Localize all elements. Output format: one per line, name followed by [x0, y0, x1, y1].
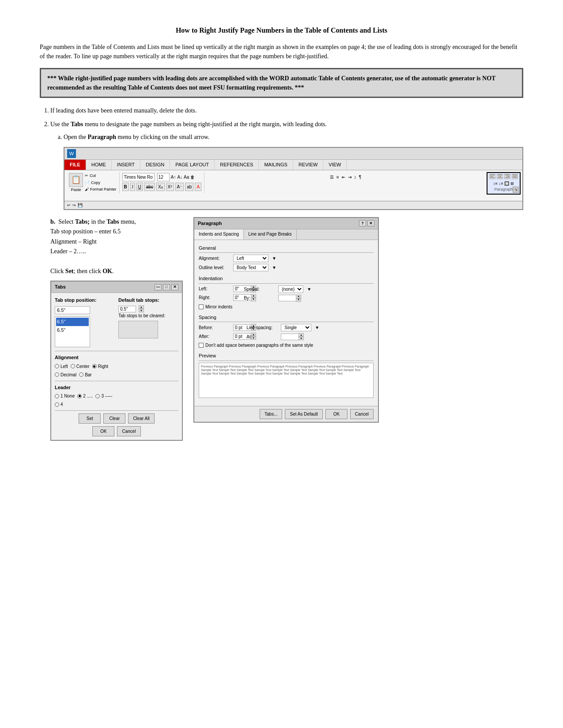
- shrink-font-icon[interactable]: A↓: [177, 174, 182, 180]
- para-ok-btn[interactable]: OK: [325, 409, 348, 419]
- clear-all-button[interactable]: Clear All: [128, 413, 154, 424]
- outline-level-row: Outline level: Body Text ▼: [199, 264, 374, 271]
- outline-dropdown-arrow[interactable]: ▼: [272, 264, 276, 271]
- tabs-btn[interactable]: Tabs...: [260, 409, 282, 419]
- ok-button[interactable]: OK: [92, 426, 114, 436]
- subscript-button[interactable]: X₂: [156, 183, 165, 191]
- increase-indent-icon[interactable]: ⇥: [348, 174, 351, 180]
- paste-label: Paste: [71, 187, 81, 193]
- superscript-button[interactable]: X²: [166, 183, 174, 191]
- italic-button[interactable]: I: [130, 183, 135, 191]
- align-center-icon[interactable]: [497, 174, 503, 179]
- align-center-text: Center: [76, 363, 90, 370]
- align-decimal-radio[interactable]: Decimal: [55, 372, 76, 378]
- listbox-item-1[interactable]: 6.5": [56, 318, 89, 326]
- leader-4-radio[interactable]: 4: [55, 401, 63, 408]
- para-close-button[interactable]: ✕: [367, 220, 374, 226]
- set-button[interactable]: Set: [79, 413, 101, 424]
- line-spacing-arrow[interactable]: ▼: [315, 324, 319, 331]
- font-name[interactable]: Times New Ro: [122, 173, 155, 181]
- close-button[interactable]: ✕: [171, 284, 178, 290]
- leader-1-circle: [55, 394, 59, 398]
- undo-icon[interactable]: ↩: [67, 203, 71, 209]
- save-icon[interactable]: 💾: [78, 203, 83, 209]
- mirror-indents-checkbox[interactable]: Mirror indents: [199, 304, 374, 310]
- sort-icon[interactable]: ↕: [354, 174, 356, 180]
- tab-design[interactable]: DESIGN: [140, 160, 170, 170]
- tab-stop-listbox[interactable]: 6.5" 6.5": [55, 316, 90, 347]
- cut-item[interactable]: ✂ Cut: [85, 173, 117, 179]
- default-stops-row: ▲ ▼: [118, 305, 178, 312]
- align-right-icon[interactable]: [504, 174, 510, 179]
- para-minimize-button[interactable]: ?: [359, 220, 366, 226]
- at-down-btn[interactable]: ▼: [299, 337, 304, 340]
- dont-add-space-checkbox[interactable]: Don't add space between paragraphs of th…: [199, 342, 374, 349]
- at-input[interactable]: [281, 334, 299, 340]
- bold-button[interactable]: B: [122, 183, 129, 191]
- leader-2-radio[interactable]: 2 .....: [77, 393, 93, 399]
- clear-button[interactable]: Clear: [103, 413, 125, 424]
- format-painter-item[interactable]: 🖌 Format Painter: [85, 187, 117, 193]
- line-spacing-select[interactable]: Single: [281, 324, 311, 331]
- paste-button[interactable]: 📋 Paste: [69, 173, 83, 193]
- redo-icon[interactable]: ↪: [72, 203, 76, 209]
- by-down-btn[interactable]: ▼: [296, 298, 301, 302]
- tab-home[interactable]: HOME: [86, 160, 112, 170]
- tab-review[interactable]: REVIEW: [293, 160, 323, 170]
- tab-page-layout[interactable]: PAGE LAYOUT: [170, 160, 215, 170]
- alignment-select[interactable]: Left: [233, 255, 268, 262]
- paragraph-dialog-arrow[interactable]: ↘: [513, 187, 519, 193]
- leader-2-circle: [77, 394, 82, 398]
- spinner-down[interactable]: ▼: [139, 309, 144, 312]
- copy-item[interactable]: 📄 Copy: [85, 180, 117, 186]
- align-justify-icon[interactable]: [512, 174, 518, 179]
- special-dropdown-arrow[interactable]: ▼: [307, 286, 311, 293]
- indents-spacing-tab[interactable]: Indents and Spacing: [194, 229, 244, 240]
- font-color-button[interactable]: A: [195, 183, 201, 191]
- ordered-list-icon[interactable]: ≡: [336, 174, 339, 180]
- align-left-icon[interactable]: [489, 174, 495, 179]
- text-effects-button[interactable]: A⁻: [175, 183, 184, 191]
- tab-view[interactable]: VIEW: [323, 160, 347, 170]
- change-case-icon[interactable]: Aa: [184, 174, 189, 180]
- default-stops-input[interactable]: [118, 306, 136, 312]
- strikethrough-button[interactable]: abc: [144, 183, 155, 191]
- tab-mailings[interactable]: MAILINGS: [259, 160, 293, 170]
- maximize-button[interactable]: □: [163, 284, 170, 290]
- minimize-button[interactable]: —: [155, 284, 162, 290]
- listbox-item-2[interactable]: 6.5": [56, 326, 89, 334]
- shading-icon[interactable]: 🔲: [504, 181, 509, 187]
- tab-stop-input[interactable]: [55, 306, 90, 314]
- alignment-dropdown-arrow[interactable]: ▼: [272, 255, 276, 262]
- leader-1-radio[interactable]: 1 None: [55, 393, 75, 399]
- clear-format-icon[interactable]: 🗑: [190, 174, 195, 180]
- grow-font-icon[interactable]: A↑: [171, 174, 176, 180]
- paragraph-spacing-icon[interactable]: ↓≡: [499, 181, 503, 187]
- right-label: Right:: [199, 294, 230, 301]
- list-icon[interactable]: ☰: [330, 174, 334, 180]
- line-page-breaks-tab[interactable]: Line and Page Breaks: [244, 229, 296, 240]
- text-highlight-button[interactable]: ab: [185, 183, 193, 191]
- underline-button[interactable]: U: [136, 183, 143, 191]
- outline-level-select[interactable]: Body Text: [233, 264, 268, 271]
- leader-3-radio[interactable]: 3 -----: [95, 393, 112, 399]
- align-left-radio[interactable]: Left: [55, 363, 68, 370]
- line-spacing-icon[interactable]: ↕≡: [493, 181, 498, 187]
- align-bar-radio[interactable]: Bar: [79, 372, 92, 378]
- outline-level-label: Outline level:: [199, 264, 230, 271]
- tab-file[interactable]: FILE: [64, 160, 86, 170]
- align-center-radio[interactable]: Center: [71, 363, 90, 370]
- show-marks-icon[interactable]: ¶: [359, 174, 361, 180]
- by-input[interactable]: [278, 295, 296, 301]
- cleared-area: [118, 321, 158, 338]
- para-cancel-btn[interactable]: Cancel: [350, 409, 374, 419]
- cancel-button[interactable]: Cancel: [117, 426, 140, 436]
- tab-references[interactable]: REFERENCES: [215, 160, 259, 170]
- set-as-default-btn[interactable]: Set As Default: [285, 409, 322, 419]
- borders-icon[interactable]: ⊞: [510, 181, 514, 187]
- decrease-indent-icon[interactable]: ⇤: [342, 174, 345, 180]
- font-size[interactable]: 12: [157, 173, 170, 181]
- special-select[interactable]: (none): [278, 285, 303, 293]
- tab-insert[interactable]: INSERT: [112, 160, 140, 170]
- align-right-radio[interactable]: Right: [92, 363, 108, 370]
